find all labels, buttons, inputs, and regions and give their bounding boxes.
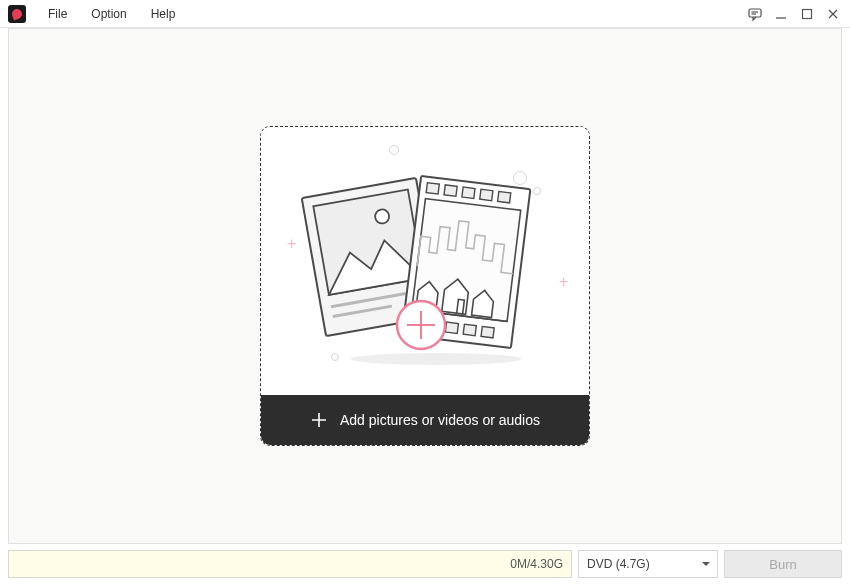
disc-type-selected: DVD (4.7G) [587, 557, 650, 571]
burn-button[interactable]: Burn [724, 550, 842, 578]
app-logo-icon [8, 5, 26, 23]
plus-icon [310, 411, 328, 429]
svg-rect-16 [480, 189, 493, 200]
menu-help[interactable]: Help [139, 3, 188, 25]
minimize-icon[interactable] [772, 5, 790, 23]
svg-rect-13 [426, 183, 439, 194]
chevron-down-icon [701, 559, 711, 569]
svg-point-26 [351, 353, 521, 365]
maximize-icon[interactable] [798, 5, 816, 23]
svg-rect-17 [498, 191, 511, 202]
svg-rect-4 [803, 9, 812, 18]
content-area: + + [8, 28, 842, 544]
svg-rect-19 [457, 299, 465, 314]
capacity-text: 0M/4.30G [510, 557, 563, 571]
add-badge-icon [397, 301, 445, 349]
svg-rect-0 [749, 9, 761, 17]
add-media-label: Add pictures or videos or audios [340, 412, 540, 428]
svg-rect-15 [462, 187, 475, 198]
drop-zone[interactable]: + + [260, 126, 590, 446]
menu-option[interactable]: Option [79, 3, 138, 25]
svg-rect-25 [481, 326, 494, 337]
burn-button-label: Burn [769, 557, 796, 572]
svg-rect-14 [444, 185, 457, 196]
menu-file[interactable]: File [36, 3, 79, 25]
window-controls [746, 5, 842, 23]
add-media-button[interactable]: Add pictures or videos or audios [261, 395, 589, 445]
feedback-icon[interactable] [746, 5, 764, 23]
menu-bar: File Option Help [0, 0, 850, 28]
svg-rect-24 [463, 324, 476, 335]
svg-rect-23 [445, 322, 458, 333]
disc-type-select[interactable]: DVD (4.7G) [578, 550, 718, 578]
drop-zone-illustration: + + [261, 127, 589, 395]
bottom-bar: 0M/4.30G DVD (4.7G) Burn [8, 550, 842, 578]
close-icon[interactable] [824, 5, 842, 23]
capacity-bar: 0M/4.30G [8, 550, 572, 578]
